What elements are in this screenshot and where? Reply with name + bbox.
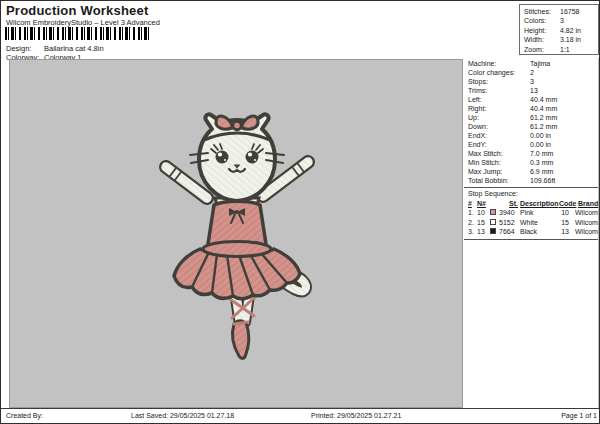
stitch-summary-box: Stitches: 16758 Colors: 3 Height: 4.82 i…	[519, 4, 599, 55]
summary-row: Colors: 3	[524, 16, 598, 25]
waistband	[203, 242, 271, 257]
col-st: St.	[491, 199, 520, 208]
col-n: N#	[477, 199, 491, 208]
machine-detail-row: Machine: Tajima	[468, 59, 598, 68]
design-name-row: Design: Bailarina cat 4.8in	[6, 44, 104, 53]
stop-sequence-title: Stop Sequence:	[464, 188, 598, 199]
table-bottom-border	[464, 239, 598, 240]
col-code: Code	[559, 199, 575, 208]
stop-sequence-row: 3. 13 7664 Black 13 Wilcom	[468, 227, 598, 237]
design-preview-area	[9, 59, 463, 408]
machine-detail-row: Trims: 13	[468, 86, 598, 95]
machine-detail-row: Left: 40.4 mm	[468, 95, 598, 104]
machine-info-panel: Machine: Tajima Color changes: 2 Stops: …	[464, 58, 599, 408]
machine-detail-list: Machine: Tajima Color changes: 2 Stops: …	[464, 58, 598, 185]
production-worksheet-page: Production Worksheet Wilcom EmbroiderySt…	[0, 0, 600, 424]
machine-detail-row: Total Bobbin: 109.66ft	[468, 176, 598, 185]
ballerina-cat-design	[152, 104, 322, 364]
machine-detail-row: Down: 61.2 mm	[468, 122, 598, 131]
machine-detail-row: Max Stitch: 7.0 mm	[468, 149, 598, 158]
created-by: Created By:	[6, 412, 43, 419]
thread-color-swatch	[490, 209, 496, 215]
stop-sequence-row: 2. 15 5152 White 15 Wilcom	[468, 218, 598, 228]
machine-detail-row: Up: 61.2 mm	[468, 113, 598, 122]
printed-timestamp: Printed: 29/05/2025 01.27.21	[311, 412, 401, 419]
thread-color-swatch	[490, 228, 496, 234]
summary-row: Height: 4.82 in	[524, 26, 598, 35]
machine-detail-row: EndY: 0.00 in	[468, 140, 598, 149]
col-description: Description	[520, 199, 559, 208]
design-barcode	[5, 27, 151, 40]
col-brand: Brand	[575, 199, 600, 208]
machine-detail-row: Color changes: 2	[468, 68, 598, 77]
stop-sequence-table: 1. 10 3940 Pink 10 Wilcom 2. 15 5152 Whi…	[464, 208, 598, 237]
last-saved: Last Saved: 29/05/2025 01.27.18	[131, 412, 234, 419]
design-value: Bailarina cat 4.8in	[44, 44, 104, 53]
design-label: Design:	[6, 44, 44, 53]
machine-detail-row: Stops: 3	[468, 77, 598, 86]
thread-color-swatch	[490, 219, 496, 225]
worksheet-footer: Created By: Last Saved: 29/05/2025 01.27…	[1, 408, 600, 424]
col-num: #	[468, 199, 477, 208]
summary-row: Width: 3.18 in	[524, 35, 598, 44]
machine-detail-row: EndX: 0.00 in	[468, 131, 598, 140]
machine-detail-row: Max Jump: 6.9 mm	[468, 167, 598, 176]
ballet-shoe	[233, 321, 249, 359]
page-number: Page 1 of 1	[561, 412, 597, 419]
summary-row: Stitches: 16758	[524, 7, 598, 16]
software-subtitle: Wilcom EmbroideryStudio – Level 3 Advanc…	[6, 18, 160, 27]
machine-detail-row: Min Stitch: 0.3 mm	[468, 158, 598, 167]
machine-detail-row: Right: 40.4 mm	[468, 104, 598, 113]
summary-row: Zoom: 1:1	[524, 45, 598, 54]
stop-sequence-row: 1. 10 3940 Pink 10 Wilcom	[468, 208, 598, 218]
stop-sequence-header: # N# St. Description Code Brand	[464, 199, 598, 208]
page-title: Production Worksheet	[6, 3, 148, 18]
